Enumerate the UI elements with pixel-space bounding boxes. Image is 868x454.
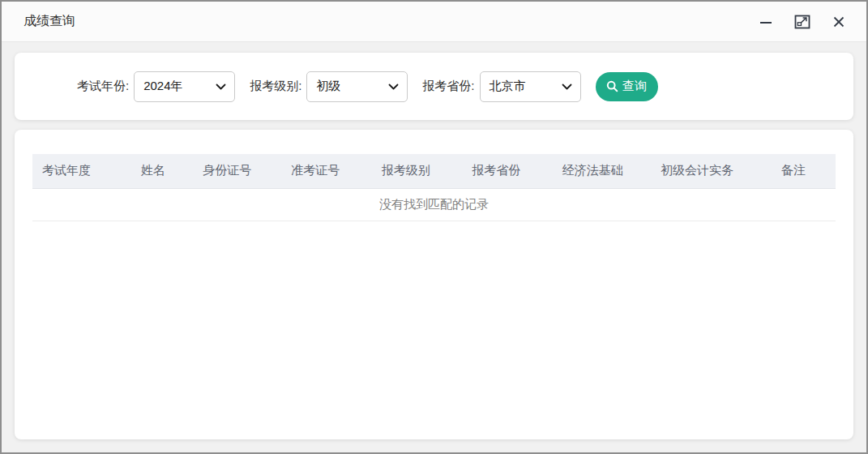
query-form: 考试年份: 2024年 报考级别: 初级 [77,71,658,102]
exam-province-field: 报考省份: 北京市 [422,71,580,102]
exam-year-select[interactable]: 2024年 [134,71,235,102]
exam-province-select[interactable]: 北京市 [480,71,581,102]
empty-row: 没有找到匹配的记录 [32,188,836,221]
exam-year-field: 考试年份: 2024年 [77,71,235,102]
header-exam-year: 考试年度 [32,154,121,188]
chevron-down-icon [388,84,399,90]
window-title: 成绩查询 [24,13,75,30]
chevron-down-icon [562,84,572,90]
header-exam-level: 报考级别 [361,154,450,188]
app-window: 成绩查询 [0,0,868,454]
minimize-icon [759,15,772,28]
exam-level-select[interactable]: 初级 [306,71,408,102]
content-area: 考试年份: 2024年 报考级别: 初级 [2,42,866,452]
window-controls [756,12,849,32]
minimize-button[interactable] [756,12,776,32]
exam-province-label: 报考省份: [422,79,474,94]
close-button[interactable] [829,12,849,32]
titlebar: 成绩查询 [2,2,866,42]
query-form-card: 考试年份: 2024年 报考级别: 初级 [15,53,853,120]
exam-year-label: 考试年份: [77,79,129,94]
header-admission-ticket: 准考证号 [269,154,361,188]
results-table: 考试年度 姓名 身份证号 准考证号 报考级别 报考省份 经济法基础 初级会计实务… [32,154,836,221]
exam-level-label: 报考级别: [250,79,301,94]
query-button-label: 查询 [622,79,647,94]
table-header-row: 考试年度 姓名 身份证号 准考证号 报考级别 报考省份 经济法基础 初级会计实务… [32,154,836,188]
maximize-button[interactable] [793,12,812,32]
exam-level-value: 初级 [316,79,340,94]
exam-year-value: 2024年 [143,79,182,94]
maximize-icon [794,15,810,29]
empty-message: 没有找到匹配的记录 [32,188,836,221]
header-id-number: 身份证号 [185,154,269,188]
header-exam-province: 报考省份 [450,154,542,188]
search-icon [606,80,618,92]
header-remarks: 备注 [751,154,836,188]
exam-level-field: 报考级别: 初级 [250,71,408,102]
header-economic-law: 经济法基础 [542,154,643,188]
query-button[interactable]: 查询 [596,72,658,101]
header-name: 姓名 [121,154,185,188]
exam-province-value: 北京市 [490,79,526,94]
close-icon [832,15,845,28]
header-accounting-practice: 初级会计实务 [643,154,751,188]
results-card: 考试年度 姓名 身份证号 准考证号 报考级别 报考省份 经济法基础 初级会计实务… [15,130,853,439]
chevron-down-icon [216,84,226,90]
